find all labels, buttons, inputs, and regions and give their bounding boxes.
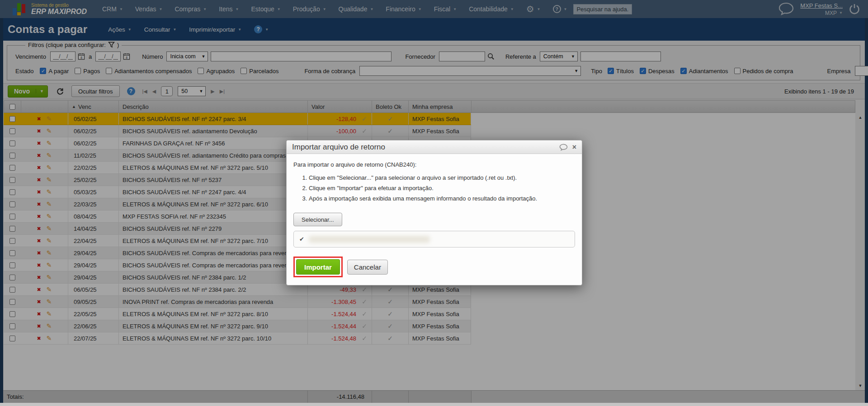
modal-step: Clique em "Selecionar..." para seleciona… [309,174,575,181]
modal-intro-text: Para importar o arquivo de retorno (CNAB… [293,161,575,168]
file-check-icon: ✔ [299,236,304,243]
comment-bubble-icon[interactable] [559,144,568,151]
modal-instructions: Clique em "Selecionar..." para seleciona… [293,174,575,202]
close-icon[interactable]: × [572,144,576,151]
import-return-file-dialog: Importar arquivo de retorno × Para impor… [286,140,582,285]
import-button[interactable]: Importar [296,259,340,275]
bottom-strip [0,403,868,406]
select-file-button[interactable]: Selecionar... [293,213,342,226]
file-name-redacted [309,236,430,243]
selected-file-row: ✔ [293,231,575,247]
modal-step: Clique em "Importar" para efetuar a impo… [309,185,575,191]
import-button-highlight: Importar [293,257,343,277]
cancel-button[interactable]: Cancelar [347,260,388,275]
modal-title: Importar arquivo de retorno [292,143,385,152]
modal-step: Após a importação será exibida uma mensa… [309,195,575,202]
